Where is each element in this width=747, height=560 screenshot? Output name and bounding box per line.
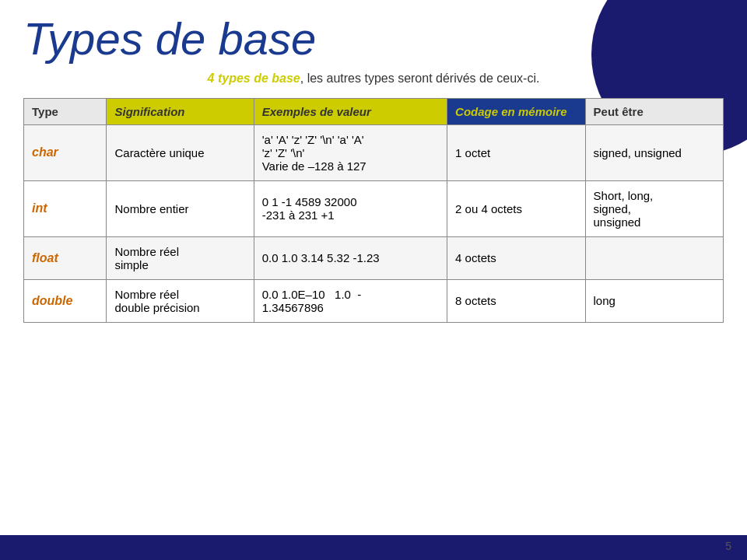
cell-signification: Caractère unique <box>107 124 254 180</box>
bottom-bar <box>0 535 747 560</box>
type-label-int: int <box>32 201 47 215</box>
cell-signification: Nombre entier <box>107 180 254 236</box>
subtitle: 4 types de base, les autres types seront… <box>23 72 724 86</box>
data-table: Type Signification Exemples de valeur Co… <box>23 98 724 323</box>
cell-peut: long <box>585 279 723 322</box>
cell-type: float <box>24 236 107 279</box>
cell-exemples: 0 1 -1 4589 32000 -231 à 231 +1 <box>254 180 447 236</box>
table-wrapper: Type Signification Exemples de valeur Co… <box>0 98 747 323</box>
cell-peut: Short, long,signed,unsigned <box>585 180 723 236</box>
table-header-row: Type Signification Exemples de valeur Co… <box>24 98 724 124</box>
table-row: double Nombre réeldouble précision 0.0 1… <box>24 279 724 322</box>
cell-signification: Nombre réeldouble précision <box>107 279 254 322</box>
col-header-peut: Peut être <box>585 98 723 124</box>
cell-exemples: 'a' 'A' 'z' 'Z' '\n' 'a' 'A' 'z' 'Z' '\n… <box>254 124 447 180</box>
subtitle-bold: 4 types de base <box>208 72 300 85</box>
slide-number: 5 <box>725 540 731 552</box>
type-label-float: float <box>32 251 58 264</box>
table-row: float Nombre réelsimple 0.0 1.0 3.14 5.3… <box>24 236 724 279</box>
cell-peut <box>585 236 723 279</box>
cell-signification: Nombre réelsimple <box>107 236 254 279</box>
type-label-char: char <box>32 145 58 159</box>
table-row: char Caractère unique 'a' 'A' 'z' 'Z' '\… <box>24 124 724 180</box>
subtitle-rest: , les autres types seront dérivés de ceu… <box>300 72 540 85</box>
cell-peut: signed, unsigned <box>585 124 723 180</box>
col-header-signification: Signification <box>107 98 254 124</box>
cell-codage: 2 ou 4 octets <box>447 180 585 236</box>
col-header-exemples: Exemples de valeur <box>254 98 447 124</box>
slide: Types de base 4 types de base, les autre… <box>0 0 747 560</box>
cell-exemples: 0.0 1.0 3.14 5.32 -1.23 <box>254 236 447 279</box>
cell-type: int <box>24 180 107 236</box>
cell-exemples: 0.0 1.0E–10 1.0 -1.34567896 <box>254 279 447 322</box>
col-header-type: Type <box>24 98 107 124</box>
table-row: int Nombre entier 0 1 -1 4589 32000 -231… <box>24 180 724 236</box>
slide-header: Types de base 4 types de base, les autre… <box>0 0 747 86</box>
page-title: Types de base <box>23 14 724 64</box>
col-header-codage: Codage en mémoire <box>447 98 585 124</box>
cell-codage: 8 octets <box>447 279 585 322</box>
cell-codage: 1 octet <box>447 124 585 180</box>
cell-type: char <box>24 124 107 180</box>
cell-type: double <box>24 279 107 322</box>
type-label-double: double <box>32 294 72 307</box>
cell-codage: 4 octets <box>447 236 585 279</box>
